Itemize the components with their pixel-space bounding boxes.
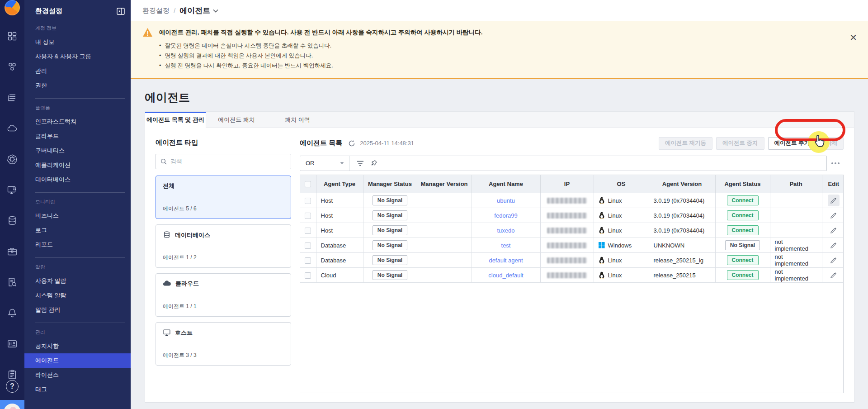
- kubernetes-icon[interactable]: [7, 154, 18, 165]
- agent-name-link[interactable]: tuxedo: [497, 227, 514, 234]
- sidebar-item[interactable]: 로그: [24, 223, 131, 238]
- sidebar-item[interactable]: 비즈니스: [24, 209, 131, 223]
- row-checkbox[interactable]: [305, 213, 311, 219]
- breadcrumb-parent[interactable]: 환경설정: [142, 6, 170, 15]
- edit-button[interactable]: [828, 254, 840, 266]
- column-header: Agent Name: [472, 175, 540, 193]
- path-cell: [770, 223, 822, 238]
- masked-ip: [547, 213, 587, 219]
- table-row: HostNo SignalubuntuLinux3.0.19 (0x703440…: [300, 193, 844, 208]
- database-icon[interactable]: [7, 215, 18, 226]
- sidebar-sections: 계정 정보내 정보사용자 & 사용자 그룹관리권한플랫폼인프라스트럭쳐클라우드쿠…: [24, 19, 131, 397]
- sidebar-item[interactable]: 공지사항: [24, 339, 131, 353]
- select-all-checkbox[interactable]: [305, 181, 311, 187]
- cluster-hexagons-icon[interactable]: [7, 62, 18, 72]
- edit-button[interactable]: [828, 195, 840, 206]
- sidebar-item[interactable]: 인프라스트럭쳐: [24, 114, 131, 129]
- os-label: Linux: [608, 197, 622, 204]
- agent-type-cards: 전체에이전트 5 / 6데이터베이스에이전트 1 / 2클라우드에이전트 1 /…: [156, 176, 291, 366]
- row-checkbox[interactable]: [305, 198, 311, 204]
- monitor-apps-icon[interactable]: [7, 185, 18, 195]
- bell-icon[interactable]: [7, 308, 18, 319]
- apps-grid-icon[interactable]: [7, 31, 18, 42]
- edit-button[interactable]: [828, 224, 840, 236]
- agent-name-link[interactable]: test: [501, 242, 511, 249]
- app-logo[interactable]: [0, 0, 24, 15]
- manager-version-cell: [417, 238, 472, 253]
- linux-icon: [599, 197, 605, 204]
- pin-icon[interactable]: [371, 160, 377, 166]
- cloud-icon[interactable]: [7, 123, 18, 134]
- table-body: HostNo SignalubuntuLinux3.0.19 (0x703440…: [300, 193, 844, 283]
- agent-name-cell: fedora99: [472, 208, 540, 223]
- id-card-icon[interactable]: [7, 338, 18, 349]
- manager-status-cell: No Signal: [363, 268, 417, 283]
- sidebar-item[interactable]: 애플리케이션: [24, 158, 131, 172]
- help-icon[interactable]: ?: [6, 380, 19, 393]
- edit-cell: [822, 223, 844, 238]
- report-search-icon[interactable]: [7, 277, 18, 288]
- agent-type-card[interactable]: 클라우드에이전트 1 / 1: [156, 273, 291, 317]
- manager-status-badge: No Signal: [373, 195, 407, 205]
- action-button[interactable]: 에이전트 추가: [768, 137, 816, 150]
- agent-name-link[interactable]: cloud_default: [488, 272, 523, 279]
- sidebar-item[interactable]: 라이선스: [24, 368, 131, 382]
- row-checkbox[interactable]: [305, 272, 311, 279]
- user-avatar[interactable]: ⚙: [0, 400, 24, 409]
- sidebar-item[interactable]: 쿠버네티스: [24, 143, 131, 158]
- briefcase-icon[interactable]: [7, 246, 18, 257]
- sidebar-section-label: 플랫폼: [24, 99, 131, 114]
- bird-avatar-icon: [5, 404, 20, 409]
- sidebar-item[interactable]: 사용자 & 사용자 그룹: [24, 49, 131, 64]
- breadcrumb-current[interactable]: 에이전트: [179, 5, 218, 16]
- agent-type-card[interactable]: 전체에이전트 5 / 6: [156, 176, 291, 219]
- edit-button[interactable]: [828, 239, 840, 251]
- sidebar-item[interactable]: 시스템 알람: [24, 288, 131, 303]
- sidebar-item[interactable]: 데이터베이스: [24, 172, 131, 187]
- tab[interactable]: 패치 이력: [267, 112, 328, 128]
- host-monitor-icon: [163, 328, 171, 338]
- sidebar-item[interactable]: 관리: [24, 64, 131, 78]
- agent-name-link[interactable]: fedora99: [494, 212, 517, 219]
- sidebar-item[interactable]: 내 정보: [24, 35, 131, 49]
- filter-icon[interactable]: [357, 160, 364, 166]
- sidebar-item[interactable]: 클라우드: [24, 129, 131, 143]
- tab[interactable]: 에이전트 목록 및 관리: [145, 112, 206, 128]
- refresh-icon[interactable]: [348, 140, 355, 147]
- agent-type-card[interactable]: 데이터베이스에이전트 1 / 2: [156, 224, 291, 268]
- agent-type-panel: 에이전트 타입 전체에이전트 5 / 6데이터베이스에이전트 1 / 2클라우드…: [156, 137, 291, 393]
- collapse-sidebar-icon[interactable]: [117, 8, 125, 15]
- breadcrumb-separator: /: [174, 7, 175, 14]
- sidebar-item[interactable]: 리포트: [24, 238, 131, 252]
- row-checkbox[interactable]: [305, 257, 311, 264]
- banner-title: 에이전트 관리, 패치를 직접 실행할 수 있습니다. 사용 전 반드시 아래 …: [159, 29, 483, 37]
- column-header: Agent Version: [649, 175, 715, 193]
- row-checkbox[interactable]: [305, 243, 311, 249]
- row-checkbox[interactable]: [305, 228, 311, 234]
- sidebar-item[interactable]: 사용자 알람: [24, 274, 131, 288]
- tab[interactable]: 에이전트 패치: [206, 112, 267, 128]
- clipboard-icon[interactable]: [7, 369, 18, 380]
- edit-button[interactable]: [828, 209, 840, 221]
- close-icon[interactable]: ✕: [849, 33, 857, 42]
- sidebar-item[interactable]: 에이전트: [24, 353, 131, 368]
- sidebar-item[interactable]: 권한: [24, 78, 131, 93]
- page-title: 에이전트: [145, 90, 868, 105]
- edit-button[interactable]: [828, 269, 840, 281]
- agent-type-cell: Host: [316, 193, 363, 208]
- more-options-icon[interactable]: [827, 162, 844, 164]
- agent-name-link[interactable]: default agent: [489, 257, 523, 264]
- filter-operator-select[interactable]: OR: [300, 156, 350, 171]
- agent-name-link[interactable]: ubuntu: [497, 197, 515, 204]
- agent-type-card[interactable]: 호스트에이전트 3 / 3: [156, 322, 291, 366]
- ip-cell: [540, 223, 594, 238]
- manager-version-cell: [417, 208, 472, 223]
- sidebar-item[interactable]: 태그: [24, 382, 131, 397]
- manager-status-cell: No Signal: [363, 223, 417, 238]
- sidebar-item[interactable]: 알림 관리: [24, 303, 131, 317]
- linux-icon: [599, 257, 605, 264]
- column-header: Agent Type: [316, 175, 363, 193]
- search-input[interactable]: [170, 158, 286, 165]
- server-list-icon[interactable]: [7, 92, 18, 103]
- sidebar-section-label: 계정 정보: [24, 19, 131, 35]
